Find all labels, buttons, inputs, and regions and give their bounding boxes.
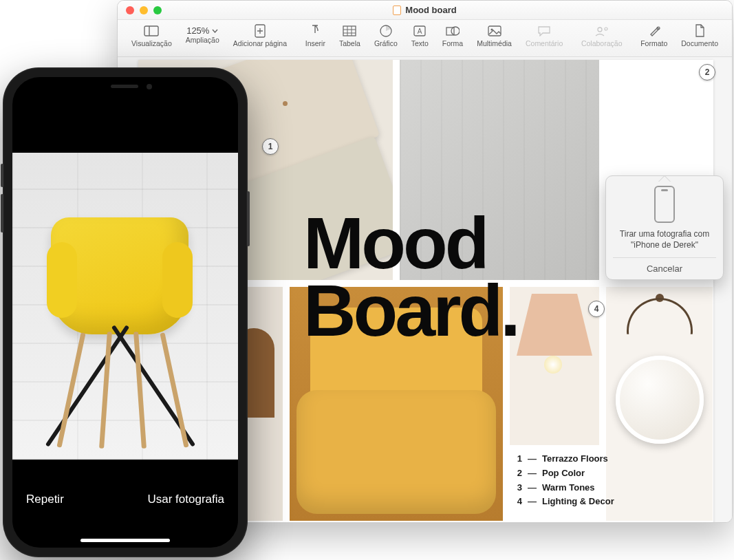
document-icon: [393, 6, 401, 15]
media-label: Multimédia: [477, 39, 512, 47]
insert-label: Inserir: [305, 39, 325, 47]
phone-icon: [654, 186, 675, 223]
popover-text: Tirar uma fotografia com "iPhone de Dere…: [613, 228, 716, 250]
insert-button[interactable]: Inserir: [299, 24, 332, 47]
continuity-popover: Tirar uma fotografia com "iPhone de Dere…: [605, 175, 724, 280]
svg-rect-15: [488, 26, 501, 36]
chevron-down-icon: [212, 29, 218, 33]
marker-4[interactable]: 4: [588, 301, 605, 317]
side-button[interactable]: [247, 191, 250, 246]
headline-line1: Mood: [303, 210, 518, 277]
zoom-label: Ampliação: [186, 36, 219, 44]
collab-icon: [594, 24, 609, 38]
document-button[interactable]: Documento: [674, 24, 725, 47]
svg-point-18: [605, 28, 607, 30]
home-indicator[interactable]: [80, 539, 170, 542]
view-icon: [144, 24, 159, 38]
view-label: Visualização: [131, 39, 172, 47]
svg-point-14: [451, 27, 460, 35]
collab-button: Colaboração: [574, 24, 629, 47]
cancel-button[interactable]: Cancelar: [613, 257, 716, 274]
text-label: Texto: [411, 39, 429, 47]
svg-point-17: [598, 28, 602, 32]
comment-icon: [537, 24, 552, 38]
svg-rect-5: [343, 26, 356, 36]
window-title: Mood board: [118, 5, 732, 15]
chart-button[interactable]: Gráfico: [367, 24, 404, 47]
notch: [67, 77, 184, 96]
marker-1[interactable]: 1: [262, 138, 279, 155]
media-icon: [487, 24, 502, 38]
zoom-value: 125%: [186, 25, 209, 36]
add-page-icon: [252, 24, 268, 38]
format-icon: [647, 24, 662, 38]
iphone-device: Repetir Usar fotografia: [3, 67, 248, 557]
marker-2[interactable]: 2: [699, 64, 715, 80]
legend-row: 1—Terrazzo Floors: [512, 452, 614, 466]
view-button[interactable]: Visualização: [125, 24, 179, 47]
zoom-button[interactable]: 125% Ampliação: [179, 24, 226, 47]
format-label: Formato: [640, 39, 667, 47]
text-button[interactable]: A Texto: [404, 24, 435, 47]
text-icon: A: [412, 24, 427, 38]
legend-row: 3—Warm Tones: [512, 481, 614, 495]
headline[interactable]: Mood Board.: [303, 210, 518, 344]
image-lamp[interactable]: [510, 287, 599, 445]
comment-label: Comentário: [526, 39, 563, 47]
add-page-button[interactable]: Adicionar página: [226, 24, 294, 47]
headline-line2: Board.: [303, 277, 518, 345]
insert-icon: [307, 24, 323, 38]
volume-up-button[interactable]: [1, 164, 3, 187]
svg-text:A: A: [418, 28, 422, 35]
legend[interactable]: 1—Terrazzo Floors 2—Pop Color 3—Warm Ton…: [512, 452, 614, 509]
titlebar[interactable]: Mood board: [118, 1, 732, 20]
shape-icon: [445, 24, 460, 38]
collab-label: Colaboração: [581, 39, 623, 47]
comment-button: Comentário: [519, 24, 570, 47]
chair-photo: [37, 197, 209, 444]
add-page-label: Adicionar página: [233, 39, 287, 47]
table-icon: [342, 24, 357, 38]
camera-viewfinder[interactable]: [12, 153, 238, 460]
window-title-text: Mood board: [405, 5, 456, 15]
document-icon: [692, 24, 707, 38]
shape-button[interactable]: Forma: [435, 24, 470, 47]
use-photo-button[interactable]: Usar fotografia: [148, 493, 225, 506]
media-button[interactable]: Multimédia: [470, 24, 519, 47]
table-label: Tabela: [339, 39, 360, 47]
iphone-screen: Repetir Usar fotografia: [12, 77, 238, 548]
chart-label: Gráfico: [374, 39, 398, 47]
document-label: Documento: [681, 39, 718, 47]
table-button[interactable]: Tabela: [332, 24, 367, 47]
svg-rect-0: [144, 26, 158, 36]
format-button[interactable]: Formato: [634, 24, 674, 47]
toolbar: Visualização 125% Ampliação Adicionar pá…: [118, 20, 732, 57]
legend-row: 4—Lighting & Decor: [512, 495, 614, 509]
camera-controls: Repetir Usar fotografia: [12, 465, 238, 548]
image-mirror[interactable]: [606, 287, 713, 521]
legend-row: 2—Pop Color: [512, 466, 614, 481]
volume-down-button[interactable]: [1, 194, 3, 233]
shape-label: Forma: [442, 39, 463, 47]
retake-button[interactable]: Repetir: [26, 493, 64, 506]
chart-icon: [378, 24, 393, 38]
